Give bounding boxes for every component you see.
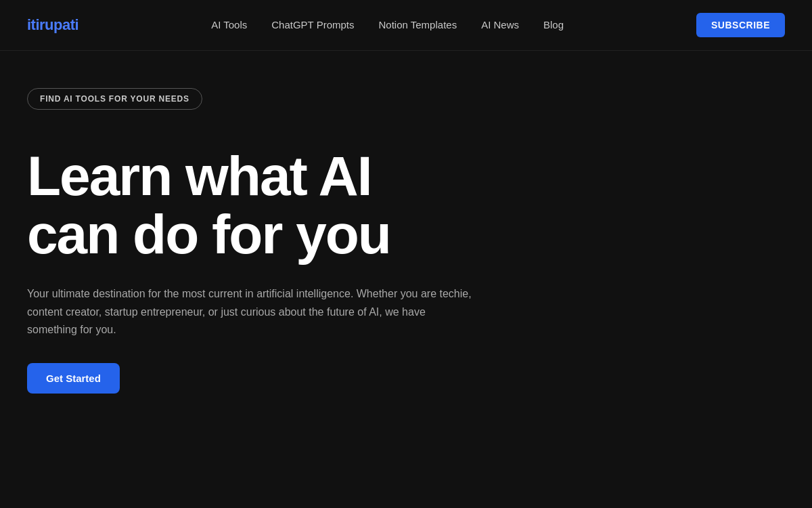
nav-item-notion-templates[interactable]: Notion Templates: [379, 19, 457, 31]
nav-item-ai-news[interactable]: AI News: [481, 19, 519, 31]
nav-item-blog[interactable]: Blog: [543, 19, 564, 31]
nav-links: AI Tools ChatGPT Prompts Notion Template…: [211, 19, 564, 31]
nav-item-ai-tools[interactable]: AI Tools: [211, 19, 247, 31]
brand-logo[interactable]: itirupati: [27, 16, 78, 34]
hero-heading: Learn what AI can do for you: [27, 147, 487, 263]
hero-section: FIND AI TOOLS FOR YOUR NEEDS Learn what …: [0, 51, 514, 434]
find-tools-badge: FIND AI TOOLS FOR YOUR NEEDS: [27, 88, 202, 110]
nav-link-ai-news[interactable]: AI News: [481, 19, 519, 30]
subscribe-button[interactable]: SUBSCRIBE: [696, 13, 785, 37]
hero-heading-line1: Learn what AI: [27, 145, 371, 207]
nav-item-chatgpt-prompts[interactable]: ChatGPT Prompts: [271, 19, 354, 31]
navbar: itirupati AI Tools ChatGPT Prompts Notio…: [0, 0, 812, 51]
nav-link-ai-tools[interactable]: AI Tools: [211, 19, 247, 30]
nav-link-chatgpt-prompts[interactable]: ChatGPT Prompts: [271, 19, 354, 30]
get-started-button[interactable]: Get Started: [27, 363, 120, 394]
hero-heading-line2: can do for you: [27, 203, 390, 265]
hero-subtitle: Your ultimate destination for the most c…: [27, 285, 474, 339]
nav-link-blog[interactable]: Blog: [543, 19, 564, 30]
nav-link-notion-templates[interactable]: Notion Templates: [379, 19, 457, 30]
